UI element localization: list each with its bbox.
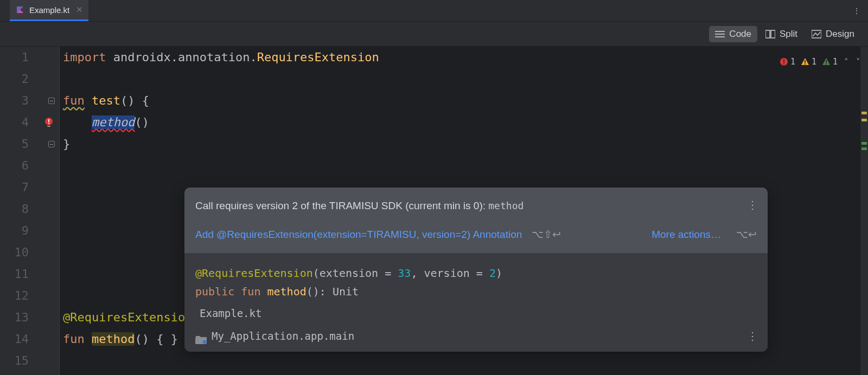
svg-rect-4: [715, 34, 725, 35]
svg-rect-10: [48, 119, 49, 122]
weak-warning-indicator[interactable]: 1: [822, 51, 838, 73]
stripe-ok[interactable]: [861, 142, 867, 145]
more-actions-shortcut: ⌥↩: [736, 224, 757, 245]
editor-view-mode-bar: Code Split Design: [0, 22, 868, 47]
tab-bar-more-icon[interactable]: ⋮: [845, 0, 868, 21]
tooltip-module-label: My_Application.app.main: [212, 327, 354, 345]
punct: (extension =: [313, 267, 398, 280]
warning-icon: [801, 57, 809, 66]
svg-rect-18: [805, 63, 806, 64]
line-number[interactable]: 4: [0, 112, 29, 133]
weak-warning-count: 1: [833, 51, 838, 73]
stripe-ok[interactable]: [861, 147, 867, 150]
chevron-up-icon[interactable]: ˄: [843, 51, 850, 73]
function-name: method: [92, 332, 135, 346]
line-number[interactable]: 5: [0, 133, 29, 155]
keyword: public: [195, 285, 234, 298]
fold-minus-icon[interactable]: [48, 141, 55, 147]
fold-minus-icon[interactable]: [48, 98, 55, 104]
error-indicator[interactable]: 1: [780, 51, 795, 73]
svg-rect-11: [48, 123, 49, 124]
line-number[interactable]: 14: [0, 328, 29, 350]
kotlin-file-icon: [15, 5, 25, 15]
error-stripe[interactable]: [860, 47, 868, 375]
warning-indicator[interactable]: 1: [801, 51, 816, 73]
editor-area: 1 2 3 4 5 6 7 8 9 10 11 12 13 14 15: [0, 47, 868, 375]
more-vertical-icon[interactable]: ⋮: [747, 327, 758, 345]
tooltip-title-method: method: [488, 200, 524, 211]
svg-rect-3: [715, 31, 725, 32]
keyword: fun: [241, 285, 260, 298]
svg-rect-7: [771, 30, 775, 38]
intention-bulb-icon[interactable]: [43, 117, 55, 128]
annotation: @RequiresExtension: [195, 267, 313, 280]
svg-rect-15: [783, 63, 784, 64]
quickfix-link[interactable]: Add @RequiresExtension(extension=TIRAMIS…: [195, 229, 522, 240]
line-number[interactable]: 15: [0, 350, 29, 372]
view-mode-split-label: Split: [780, 29, 797, 40]
stripe-warning[interactable]: [861, 119, 867, 121]
method-call-error[interactable]: method: [92, 115, 135, 129]
svg-rect-20: [826, 60, 827, 63]
inspection-tooltip: ⋮ Call requires version 2 of the TIRAMIS…: [184, 188, 768, 352]
keyword: fun: [63, 94, 85, 107]
warning-count: 1: [812, 51, 816, 73]
line-number[interactable]: 13: [0, 307, 29, 328]
function-name: method: [267, 285, 306, 298]
punct: (): [135, 115, 149, 129]
line-number[interactable]: 3: [0, 90, 29, 112]
punct: () {: [120, 94, 149, 107]
view-mode-code-label: Code: [729, 29, 751, 40]
quickfix-shortcut: ⌥⇧↩: [532, 229, 561, 240]
punct: ): [496, 267, 502, 280]
editor-tab-active[interactable]: Example.kt ✕: [10, 0, 88, 21]
line-number[interactable]: 6: [0, 155, 29, 177]
svg-rect-6: [765, 30, 770, 38]
tooltip-title-text: Call requires version 2 of the TIRAMISU …: [195, 200, 488, 211]
editor-tab-bar: Example.kt ✕ ⋮: [0, 0, 868, 22]
line-number[interactable]: 9: [0, 220, 29, 242]
tooltip-file-label: Example.kt: [200, 304, 757, 322]
tooltip-module: My_Application.app.main: [195, 327, 757, 345]
view-mode-split[interactable]: Split: [760, 26, 803, 42]
line-number[interactable]: 2: [0, 68, 29, 90]
line-number[interactable]: 11: [0, 263, 29, 285]
inspections-widget[interactable]: 1 1 1 ˄ ˅: [780, 51, 861, 73]
gutter: 1 2 3 4 5 6 7 8 9 10 11 12 13 14 15: [0, 47, 60, 375]
tooltip-header: ⋮ Call requires version 2 of the TIRAMIS…: [184, 188, 768, 253]
error-count: 1: [790, 51, 795, 73]
split-icon: [765, 30, 775, 38]
line-number[interactable]: 8: [0, 198, 29, 220]
number: 33: [398, 267, 411, 280]
svg-rect-21: [826, 63, 827, 64]
close-icon[interactable]: ✕: [76, 5, 83, 15]
view-mode-design[interactable]: Design: [806, 26, 860, 42]
indent: [63, 115, 92, 129]
folder-icon: [195, 331, 207, 341]
svg-rect-22: [203, 340, 206, 344]
keyword: import: [63, 50, 106, 64]
list-icon: [715, 30, 725, 38]
view-mode-design-label: Design: [826, 29, 854, 40]
design-icon: [812, 30, 821, 38]
number: 2: [489, 267, 496, 280]
stripe-warning[interactable]: [861, 112, 867, 114]
tab-filename: Example.kt: [29, 5, 69, 15]
code-editor[interactable]: import androidx.annotation.RequiresExten…: [60, 47, 868, 375]
class-name: RequiresExtension: [257, 50, 379, 64]
svg-rect-17: [805, 60, 806, 63]
punct: () { }: [135, 332, 177, 346]
line-number[interactable]: 1: [0, 47, 29, 68]
more-vertical-icon[interactable]: ⋮: [747, 194, 758, 216]
weak-warning-icon: [822, 57, 831, 66]
view-mode-code[interactable]: Code: [709, 26, 757, 42]
line-number[interactable]: 10: [0, 242, 29, 263]
tooltip-title: Call requires version 2 of the TIRAMISU …: [195, 195, 757, 217]
svg-rect-12: [47, 126, 50, 127]
line-number[interactable]: 12: [0, 285, 29, 307]
punct: }: [63, 137, 70, 151]
line-number[interactable]: 7: [0, 177, 29, 198]
function-name: test: [92, 94, 120, 107]
more-actions-link[interactable]: More actions…: [652, 224, 721, 245]
keyword: fun: [63, 332, 85, 346]
